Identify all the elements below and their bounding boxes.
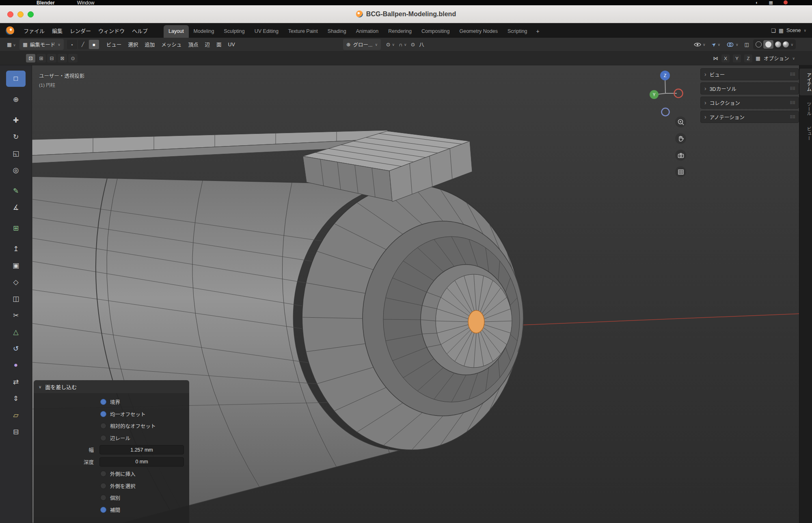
select-invert-button[interactable]: ⊠	[58, 54, 67, 62]
tool-loop-cut-button[interactable]: ◫	[6, 291, 26, 307]
tool-scale-button[interactable]: ◱	[6, 145, 26, 161]
orthographic-toggle-button[interactable]	[675, 166, 686, 177]
tool-extrude-region-button[interactable]: ↥	[6, 241, 26, 257]
width-input[interactable]: 1.257 mm	[99, 445, 184, 454]
sidebar-tab-tool[interactable]: ツール	[799, 98, 812, 120]
tool-shear-button[interactable]: ▱	[6, 407, 26, 423]
selected-face[interactable]	[468, 310, 484, 333]
options-chevron-icon[interactable]: ∨	[792, 56, 795, 60]
interpolate-checkbox[interactable]	[100, 507, 106, 513]
scene-name[interactable]: Scene	[786, 28, 801, 33]
pan-button[interactable]	[675, 133, 686, 144]
workspace-tab-shading[interactable]: Shading	[323, 25, 351, 38]
menu-face[interactable]: 面	[213, 39, 225, 50]
tool-spin-button[interactable]: ↺	[6, 340, 26, 357]
workspace-tab-texture-paint[interactable]: Texture Paint	[283, 25, 323, 38]
tool-transform-button[interactable]: ◎	[6, 162, 26, 178]
select-subtract-button[interactable]: ⊟	[47, 54, 56, 62]
edge-select-button[interactable]: ╱	[78, 40, 88, 49]
outset-checkbox[interactable]	[100, 471, 106, 477]
workspace-tab-uv-editing[interactable]: UV Editing	[250, 25, 283, 38]
snap-grid-icon[interactable]: ▦	[756, 55, 760, 61]
snap-dropdown[interactable]: ∩ ∨	[397, 41, 409, 49]
edge-rail-checkbox[interactable]	[100, 435, 106, 441]
options-dropdown[interactable]: オプション	[764, 54, 789, 62]
gizmo-minus-z-axis[interactable]	[662, 108, 669, 116]
menu-select[interactable]: 選択	[125, 39, 141, 50]
offset-even-checkbox[interactable]	[100, 411, 106, 417]
depth-input[interactable]: 0 mm	[99, 457, 184, 467]
mirror-y-toggle[interactable]: Y	[733, 54, 741, 62]
boundary-checkbox[interactable]	[100, 399, 106, 405]
workspace-tab-layout[interactable]: Layout	[164, 25, 189, 38]
menu-view[interactable]: ビュー	[103, 39, 125, 50]
tool-cursor-button[interactable]: ⊕	[6, 91, 26, 108]
menu-uv[interactable]: UV	[225, 40, 238, 50]
minimize-window-button[interactable]	[17, 11, 24, 17]
material-preview-button[interactable]	[775, 41, 781, 47]
sidebar-tab-item[interactable]: アイテム	[799, 69, 812, 95]
view-layer-icon[interactable]: ❏	[771, 28, 776, 34]
tool-knife-button[interactable]: ✂	[6, 307, 26, 323]
menu-edit[interactable]: 編集	[48, 25, 66, 37]
sidebar-section-3d-cursor[interactable]: › 3Dカーソル ⠿⠿	[700, 82, 799, 95]
tool-select-box-button[interactable]: □	[6, 71, 26, 87]
solid-shading-button[interactable]	[765, 41, 771, 47]
tool-smooth-button[interactable]: ●	[6, 357, 26, 373]
face-select-button[interactable]: ■	[89, 40, 99, 49]
xray-toggle-button[interactable]: ◫	[743, 40, 752, 49]
tool-rotate-button[interactable]: ↻	[6, 129, 26, 145]
zoom-button[interactable]	[675, 116, 686, 127]
workspace-tab-animation[interactable]: Animation	[351, 25, 384, 38]
zoom-window-button[interactable]	[28, 11, 34, 17]
tool-bevel-button[interactable]: ◇	[6, 274, 26, 290]
menu-help[interactable]: ヘルプ	[128, 25, 151, 37]
shading-chevron-icon[interactable]: ∨	[790, 43, 793, 47]
sidebar-section-view[interactable]: › ビュー ⠿⠿	[700, 68, 799, 80]
tool-annotate-button[interactable]: ✎	[6, 183, 26, 199]
mirror-x-toggle[interactable]: X	[721, 54, 730, 62]
gizmos-dropdown[interactable]: ➤ ∨	[710, 40, 723, 49]
status-icon-1[interactable]: ◐	[756, 0, 758, 5]
workspace-tab-sculpting[interactable]: Sculpting	[219, 25, 249, 38]
proportional-editing-button[interactable]: ⊙	[409, 40, 417, 49]
select-extend-button[interactable]: ⊞	[37, 54, 46, 62]
tool-edge-slide-button[interactable]: ⇄	[6, 374, 26, 390]
tool-add-cube-button[interactable]: ⊞	[6, 220, 26, 236]
sidebar-section-collections[interactable]: › コレクション ⠿⠿	[700, 97, 799, 109]
macos-menu-window[interactable]: Window	[77, 0, 95, 5]
menu-add[interactable]: 追加	[141, 39, 158, 50]
status-icon-2[interactable]: ▦	[769, 0, 773, 5]
individual-checkbox[interactable]	[100, 495, 106, 501]
navigation-gizmo[interactable]: Z Y	[647, 67, 685, 118]
tool-poly-build-button[interactable]: △	[6, 324, 26, 340]
menu-edge[interactable]: 辺	[201, 39, 213, 50]
menu-mesh[interactable]: メッシュ	[158, 39, 185, 50]
drag-grip-icon[interactable]: ⠿⠿	[790, 72, 795, 77]
pen-end-cap[interactable]	[302, 185, 523, 450]
rendered-shading-button[interactable]	[783, 41, 789, 47]
scene-chevron-icon[interactable]: ∨	[803, 28, 806, 32]
select-outer-checkbox[interactable]	[100, 483, 106, 489]
blender-logo-icon[interactable]	[6, 26, 14, 35]
sidebar-tab-view[interactable]: ビュー	[799, 123, 812, 145]
proportional-falloff-button[interactable]: 八	[417, 39, 426, 50]
transform-orientation-dropdown[interactable]: ⊕ グロー... ∨	[343, 39, 381, 50]
mode-dropdown[interactable]: ▦ 編集モード ∨	[19, 39, 64, 50]
offset-relative-checkbox[interactable]	[100, 423, 106, 429]
workspace-tab-modeling[interactable]: Modeling	[189, 25, 219, 38]
menu-vertex[interactable]: 頂点	[185, 39, 201, 50]
tool-shrink-fatten-button[interactable]: ⇕	[6, 390, 26, 407]
tool-move-button[interactable]: ✚	[6, 112, 26, 128]
overlays-dropdown[interactable]: ∨	[724, 41, 741, 49]
select-set-button[interactable]: ⊡	[26, 54, 35, 62]
tool-inset-faces-button[interactable]: ▣	[6, 257, 26, 273]
3d-viewport[interactable]: ユーザー・透視投影 (1) 円柱 Z Y	[32, 65, 812, 523]
visibility-dropdown[interactable]: ∨	[692, 41, 708, 48]
drag-grip-icon[interactable]: ⠿⠿	[790, 86, 795, 91]
menu-render[interactable]: レンダー	[66, 25, 95, 37]
workspace-tab-rendering[interactable]: Rendering	[383, 25, 417, 38]
close-window-button[interactable]	[7, 11, 13, 17]
macos-app-menu[interactable]: Blender	[37, 0, 55, 5]
menu-window[interactable]: ウィンドウ	[95, 25, 128, 37]
